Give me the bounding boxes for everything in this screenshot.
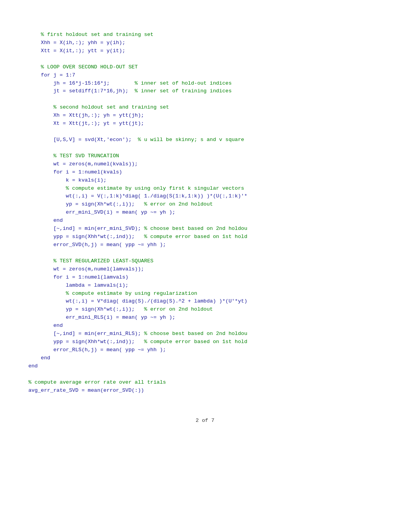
code-line: % first holdout set and training set	[16, 31, 394, 39]
code-line: % LOOP OVER SECOND HOLD-OUT SET	[16, 63, 394, 71]
code-line: [~,ind] = min(err_mini_RLS); % choose be…	[16, 330, 394, 338]
code-line	[16, 128, 394, 136]
code-line: wt = zeros(m,numel(lamvals));	[16, 265, 394, 274]
code-line: wt(:,i) = V*diag( diag(S)./(diag(S).^2 +…	[16, 297, 394, 306]
code-line	[16, 144, 394, 152]
code-line: Xhh = X(ih,:); yhh = y(ih);	[16, 39, 394, 47]
code-line: error_SVD(h,j) = mean( ypp ~= yhh );	[16, 241, 394, 249]
page-footer: 2 of 7	[196, 418, 215, 423]
code-line: error_RLS(h,j) = mean( ypp ~= yhh );	[16, 346, 394, 354]
code-line: for i = 1:numel(kvals)	[16, 168, 394, 177]
code-block: % first holdout set and training set Xhh…	[16, 31, 394, 394]
code-line: % compute estimate by using regularizati…	[16, 290, 394, 298]
code-line: lambda = lamvals(i);	[16, 282, 394, 290]
code-container: % first holdout set and training set Xhh…	[16, 23, 394, 402]
code-line: end	[16, 354, 394, 362]
code-line: for j = 1:7	[16, 71, 394, 80]
code-line: avg_err_rate_SVD = mean(error_SVD(:))	[16, 387, 394, 395]
code-line: % compute average error rate over all tr…	[16, 379, 394, 387]
code-line: % TEST REGULARIZED LEAST-SQUARES	[16, 257, 394, 265]
code-line: jh = 16*j-15:16*j; % inner set of hold-o…	[16, 80, 394, 88]
code-line: % compute estimate by using only first k…	[16, 185, 394, 193]
code-line: % TEST SVD TRUNCATION	[16, 152, 394, 160]
code-line: yp = sign(Xh*wt(:,i)); % error on 2nd ho…	[16, 201, 394, 209]
code-line: err_mini_SVD(i) = mean( yp ~= yh );	[16, 209, 394, 217]
code-line: end	[16, 217, 394, 225]
code-line: yp = sign(Xh*wt(:,i)); % error on 2nd ho…	[16, 306, 394, 314]
code-line: for i = 1:numel(lamvals)	[16, 274, 394, 282]
code-line	[16, 95, 394, 104]
code-line: wt(:,i) = V(:,1:k)*diag( 1./diag(S(1:k,1…	[16, 192, 394, 201]
page-number: 2 of 7	[196, 418, 215, 423]
code-line: Xt = Xtt(jt,:); yt = ytt(jt);	[16, 120, 394, 128]
code-line: [U,S,V] = svd(Xt,'econ'); % u will be sk…	[16, 136, 394, 144]
code-line: ypp = sign(Xhh*wt(:,ind)); % compute err…	[16, 338, 394, 346]
code-line: Xtt = X(it,:); ytt = y(it);	[16, 47, 394, 55]
code-line: ypp = sign(Xhh*wt(:,ind)); % compute err…	[16, 233, 394, 241]
code-line: Xh = Xtt(jh,:); yh = ytt(jh);	[16, 112, 394, 120]
code-line: end	[16, 322, 394, 330]
code-line: wt = zeros(m,numel(kvals));	[16, 160, 394, 168]
code-line: err_mini_RLS(i) = mean( yp ~= yh );	[16, 314, 394, 322]
code-line: jt = setdiff(1:7*16,jh); % inner set of …	[16, 87, 394, 95]
code-line: end	[16, 362, 394, 371]
code-line: [~,ind] = min(err_mini_SVD); % choose be…	[16, 225, 394, 233]
code-line: % second holdout set and training set	[16, 104, 394, 112]
code-line	[16, 55, 394, 63]
code-line: k = kvals(i);	[16, 177, 394, 185]
code-line	[16, 371, 394, 379]
code-line	[16, 249, 394, 257]
